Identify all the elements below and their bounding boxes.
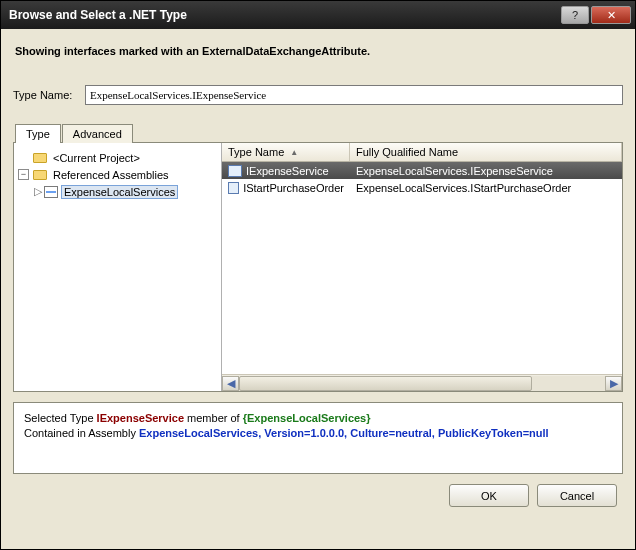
list-row[interactable]: IExpenseService ExpenseLocalServices.IEx… (222, 162, 622, 179)
cancel-button[interactable]: Cancel (537, 484, 617, 507)
interface-icon (228, 165, 242, 177)
button-label: OK (481, 490, 497, 502)
chevron-left-icon: ◀ (227, 378, 235, 389)
list-header: Type Name ▲ Fully Qualified Name (222, 143, 622, 162)
tab-strip: Type Advanced (15, 123, 623, 142)
info-selected-type: IExpenseService (97, 412, 184, 424)
tree-node-current-project[interactable]: <Current Project> (16, 149, 219, 166)
interface-icon (228, 182, 239, 194)
tree-expand-triangle-icon[interactable]: ▷ (32, 185, 43, 198)
scroll-right-button[interactable]: ▶ (605, 376, 622, 391)
browse-panel: <Current Project> − Referenced Assemblie… (13, 142, 623, 392)
folder-icon (32, 151, 48, 165)
tab-type-label: Type (26, 128, 50, 140)
help-button[interactable]: ? (561, 6, 589, 24)
column-header-type-name[interactable]: Type Name ▲ (222, 143, 350, 161)
info-assembly: ExpenseLocalServices, Version=1.0.0.0, C… (139, 427, 549, 439)
tab-type[interactable]: Type (15, 124, 61, 143)
chevron-right-icon: ▶ (610, 378, 618, 389)
tree-node-expense-local-services[interactable]: ▷ ExpenseLocalServices (16, 183, 219, 200)
horizontal-scrollbar[interactable]: ◀ ▶ (222, 374, 622, 391)
list-body[interactable]: IExpenseService ExpenseLocalServices.IEx… (222, 162, 622, 374)
info-text: Selected Type (24, 412, 97, 424)
scroll-track[interactable] (239, 376, 605, 391)
dialog-content: Showing interfaces marked with an Extern… (1, 29, 635, 549)
dialog-heading: Showing interfaces marked with an Extern… (15, 45, 623, 57)
expander-icon[interactable]: − (18, 169, 29, 180)
cell-fqn: ExpenseLocalServices.IStartPurchaseOrder (356, 182, 571, 194)
button-label: Cancel (560, 490, 594, 502)
cell-type-name: IExpenseService (246, 165, 329, 177)
cell-fqn: ExpenseLocalServices.IExpenseService (356, 165, 553, 177)
assembly-icon (43, 185, 59, 199)
cell-type-name: IStartPurchaseOrder (243, 182, 344, 194)
tree-label: <Current Project> (51, 152, 142, 164)
selected-type-info: Selected Type IExpenseService member of … (13, 402, 623, 474)
window-title: Browse and Select a .NET Type (9, 8, 559, 22)
close-button[interactable]: ✕ (591, 6, 631, 24)
type-list: Type Name ▲ Fully Qualified Name IExpens… (222, 143, 622, 391)
type-name-label: Type Name: (13, 89, 85, 101)
info-text: member of (184, 412, 243, 424)
type-name-input[interactable] (85, 85, 623, 105)
info-namespace: {ExpenseLocalServices} (243, 412, 371, 424)
tree-node-referenced-assemblies[interactable]: − Referenced Assemblies (16, 166, 219, 183)
close-icon: ✕ (607, 9, 616, 22)
dialog-buttons: OK Cancel (13, 474, 623, 509)
column-header-fully-qualified[interactable]: Fully Qualified Name (350, 143, 622, 161)
title-bar[interactable]: Browse and Select a .NET Type ? ✕ (1, 1, 635, 29)
ok-button[interactable]: OK (449, 484, 529, 507)
scroll-left-button[interactable]: ◀ (222, 376, 239, 391)
sort-ascending-icon: ▲ (290, 148, 298, 157)
folder-icon (32, 168, 48, 182)
list-row[interactable]: IStartPurchaseOrder ExpenseLocalServices… (222, 179, 622, 196)
dialog-window: Browse and Select a .NET Type ? ✕ Showin… (0, 0, 636, 550)
tree-view[interactable]: <Current Project> − Referenced Assemblie… (14, 143, 222, 391)
help-icon: ? (572, 9, 578, 21)
tab-advanced-label: Advanced (73, 128, 122, 140)
info-text: Contained in Assembly (24, 427, 139, 439)
scroll-thumb[interactable] (239, 376, 532, 391)
tree-label: ExpenseLocalServices (62, 186, 177, 198)
column-label: Type Name (228, 146, 284, 158)
column-label: Fully Qualified Name (356, 146, 458, 158)
tree-label: Referenced Assemblies (51, 169, 171, 181)
tab-advanced[interactable]: Advanced (62, 124, 133, 143)
type-name-row: Type Name: (13, 85, 623, 105)
